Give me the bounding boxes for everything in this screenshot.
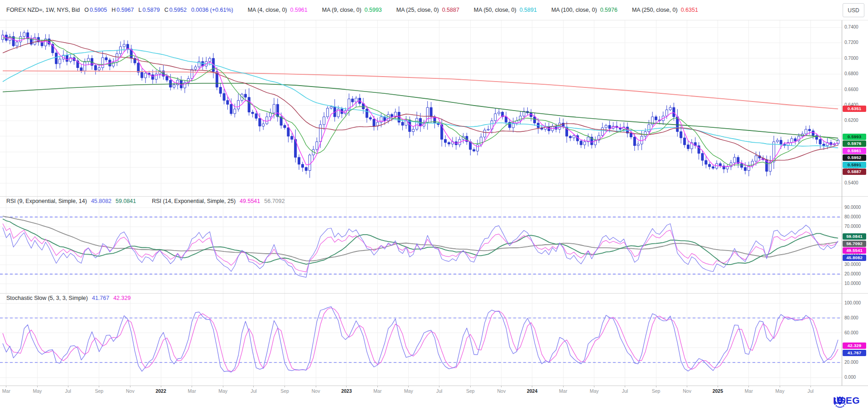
ma-legend-label: MA (250, close, 0) — [632, 7, 678, 13]
rsi-legend-part: 59.0841 — [116, 198, 136, 204]
ma4-line — [3, 36, 838, 167]
x-axis-month-label: May — [590, 388, 599, 394]
x-axis-month-label: Jul — [251, 388, 256, 394]
stoch-legend-part: Stochastic Slow (5, 3, 3, Simple) — [6, 295, 88, 301]
x-axis-month-label: Mar — [745, 388, 753, 394]
price-axis-label: 0.6200 — [844, 118, 858, 123]
x-axis-year-label: 2023 — [341, 388, 352, 394]
quote-field-value: 0.5905 — [90, 7, 107, 13]
ma-legend-value: 0.5887 — [442, 7, 459, 13]
ma9-line — [3, 37, 838, 165]
quote-field: H0.5967 — [111, 7, 134, 13]
x-axis-month-label: Jul — [436, 388, 442, 394]
rsi-value-badge: 45.8082 — [843, 255, 866, 261]
price-badge: 0.5993 — [843, 134, 866, 140]
price-badge: 0.5952 — [843, 154, 866, 161]
ma-legend-value: 0.5976 — [600, 7, 617, 13]
x-axis-month-label: Nov — [126, 388, 135, 394]
price-badge: 0.6351 — [843, 106, 866, 112]
rsi-value-badge: 49.5541 — [843, 247, 866, 254]
quote-field-value: 0.5952 — [169, 7, 187, 13]
rsi-axis-label: 80.0000 — [844, 214, 861, 219]
stoch-value-badge: 41.767 — [843, 350, 866, 356]
rsi-axis-label: 10.0000 — [844, 281, 861, 286]
lseg-logo: LSEG — [833, 395, 860, 406]
rsi-9-line — [3, 224, 838, 278]
rsi-legend-part: RSI (14, Exponential, Simple, 25) — [152, 198, 236, 204]
rsi-axis-label: 70.0000 — [844, 224, 861, 229]
rsi-axis-label: 20.0000 — [844, 271, 861, 276]
ma-legend-item: MA (50, close, 0)0.5891 — [474, 7, 537, 13]
chart-header: FOREX NZD=, 1W, NYS, BidO0.5905H0.5967L0… — [0, 0, 868, 20]
price-badge: 0.5976 — [843, 140, 866, 147]
x-axis-month-label: Nov — [683, 388, 691, 394]
candlesticks — [2, 30, 839, 178]
chart-canvas[interactable] — [0, 0, 868, 410]
stoch-axis-label: 100.000 — [844, 300, 861, 305]
rsi-axis-label: 30.0000 — [844, 262, 861, 267]
ma250-line — [3, 71, 838, 109]
chart-application: FOREX NZD=, 1W, NYS, BidO0.5905H0.5967L0… — [0, 0, 868, 410]
price-badge: 0.5887 — [843, 169, 866, 175]
candle-bodies-up — [2, 33, 839, 171]
lseg-crest-icon — [833, 395, 847, 408]
x-axis-month-label: Sep — [280, 388, 289, 394]
candle-bodies-down — [5, 33, 832, 171]
main-legend: FOREX NZD=, 1W, NYS, BidO0.5905H0.5967L0… — [0, 7, 698, 13]
quote-field: L0.5879 — [138, 7, 159, 13]
price-axis-label: 0.7400 — [844, 24, 858, 29]
ma-legend-item: MA (9, close, 0)0.5993 — [322, 7, 382, 13]
ma-legend-value: 0.5961 — [290, 7, 308, 13]
price-axis-label: 0.7200 — [844, 40, 858, 45]
ma-legend-label: MA (4, close, 0) — [248, 7, 287, 13]
stoch-axis-label: 0.000 — [844, 375, 856, 380]
stoch-axis-label: 20.000 — [844, 360, 858, 365]
ma-legend-item: MA (25, close, 0)0.5887 — [396, 7, 459, 13]
rsi-value-badge: 59.0841 — [843, 233, 866, 240]
stoch-legend-part: 41.767 — [92, 295, 109, 301]
currency-selector-button[interactable]: USD — [843, 3, 864, 17]
rsi-legend-part: 56.7092 — [264, 198, 285, 204]
price-axis-label: 0.6800 — [844, 71, 858, 76]
x-axis-year-label: 2025 — [713, 388, 723, 394]
quote-field: 0.0036 (+0.61%) — [191, 7, 233, 13]
rsi-value-badge: 56.7092 — [843, 241, 866, 247]
stoch--d-line — [3, 308, 838, 372]
ma-legend-value: 0.5993 — [365, 7, 382, 13]
ma-legend-label: MA (9, close, 0) — [322, 7, 362, 13]
price-badge: 0.5891 — [843, 162, 866, 168]
rsi-axis-label: 90.0000 — [844, 205, 861, 210]
threshold-lines — [0, 217, 842, 362]
quote-field-label: C — [164, 7, 169, 13]
quote-field-value: 0.5967 — [116, 7, 134, 13]
x-axis-month-label: Mar — [2, 388, 10, 394]
x-axis-year-label: 2024 — [527, 388, 537, 394]
price-axis-label: 0.6600 — [844, 87, 858, 92]
x-axis-month-label: Jul — [622, 388, 628, 394]
ma-legend-label: MA (25, close, 0) — [396, 7, 439, 13]
ma-legend-label: MA (100, close, 0) — [551, 7, 597, 13]
ma-legend-item: MA (4, close, 0)0.5961 — [248, 7, 308, 13]
x-axis-month-label: Jul — [808, 388, 814, 394]
ma-legend-label: MA (50, close, 0) — [474, 7, 516, 13]
rsi-legend-part: RSI (9, Exponential, Simple, 14) — [6, 198, 87, 204]
ma-legend-item: MA (250, close, 0)0.6351 — [632, 7, 698, 13]
stoch-value-badge: 42.329 — [843, 342, 866, 349]
x-axis-month-label: Sep — [652, 388, 661, 394]
x-axis-month-label: Mar — [559, 388, 567, 394]
price-axis-label: 0.5400 — [844, 180, 858, 185]
quote-field-label: H — [111, 7, 116, 13]
quote-field-value: 0.5879 — [142, 7, 159, 13]
ma50-line — [3, 49, 838, 148]
x-axis-month-label: May — [33, 388, 42, 394]
stoch-axis-label: 60.000 — [844, 330, 858, 335]
stoch-legend: Stochastic Slow (5, 3, 3, Simple)41.7674… — [6, 295, 130, 301]
rsi-legend-part: 49.5541 — [240, 198, 260, 204]
rsi-legend: RSI (9, Exponential, Simple, 14)45.80825… — [6, 198, 285, 204]
x-axis-month-label: Nov — [312, 388, 320, 394]
ma-legend-item: MA (100, close, 0)0.5976 — [551, 7, 617, 13]
x-axis-year-label: 2022 — [155, 388, 166, 394]
stoch-legend-part: 42.329 — [113, 295, 130, 301]
x-axis-month-label: May — [218, 388, 227, 394]
quote-field-label: O — [84, 7, 89, 13]
